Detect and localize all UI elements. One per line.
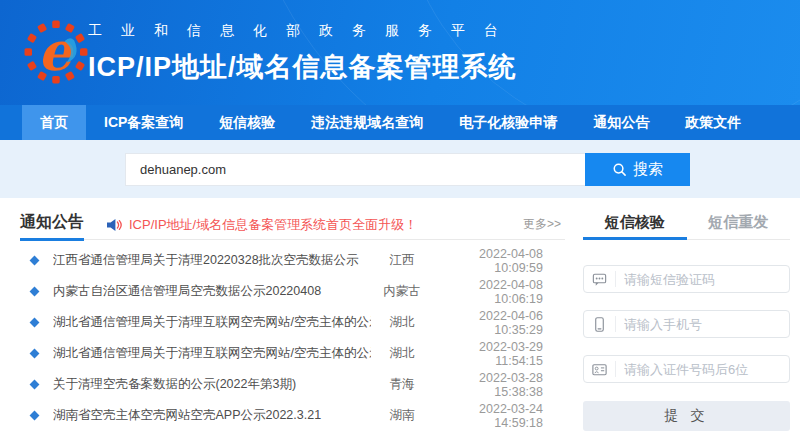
notice-row-province: 内蒙古 (371, 283, 433, 300)
sms-verification-panel: 短信核验 短信重发 (583, 210, 790, 431)
phone-field-wrap (583, 310, 790, 338)
announcement-bar[interactable]: ICP/IP地址/域名信息备案管理系统首页全面升级！ (106, 216, 417, 234)
diamond-bullet-icon (30, 380, 40, 390)
notice-row-province: 湖北 (371, 314, 433, 331)
tab-sms-resend[interactable]: 短信重发 (687, 210, 791, 239)
diamond-bullet-icon (30, 318, 40, 328)
announcement-text: ICP/IP地址/域名信息备案管理系统首页全面升级！ (129, 216, 417, 234)
id-card-field-wrap (583, 355, 790, 383)
nav-item-notices[interactable]: 通知公告 (575, 105, 667, 140)
notice-row-province: 江西 (371, 252, 433, 269)
notice-row-title: 关于清理空壳备案数据的公示(2022年第3期) (53, 376, 371, 393)
search-section: 搜索 (0, 140, 800, 198)
more-link[interactable]: 更多>> (523, 216, 565, 233)
sms-form: 提 交 (583, 240, 790, 431)
phone-icon (584, 316, 616, 332)
phone-number-input[interactable] (616, 317, 789, 332)
notice-row-time: 2022-03-29 11:54:15 (433, 340, 565, 368)
main-nav: 首页 ICP备案查询 短信核验 违法违规域名查询 电子化核验申请 通知公告 政策… (0, 105, 800, 140)
nav-item-illegal-domain-query[interactable]: 违法违规域名查询 (293, 105, 441, 140)
nav-item-home[interactable]: 首页 (22, 105, 86, 140)
diamond-bullet-icon (30, 256, 40, 266)
notice-row[interactable]: 关于清理空壳备案数据的公示(2022年第3期) 青海 2022-03-28 15… (20, 369, 565, 400)
system-title: ICP/IP地址/域名信息备案管理系统 (88, 49, 517, 85)
search-button[interactable]: 搜索 (585, 153, 690, 186)
notice-row-time: 2022-03-24 14:59:18 (433, 402, 565, 430)
notice-row[interactable]: 湖南省空壳主体空壳网站空壳APP公示2022.3.21 湖南 2022-03-2… (20, 400, 565, 431)
notice-row[interactable]: 湖北省通信管理局关于清理互联网空壳网站/空壳主体的公示 湖北 2022-03-2… (20, 338, 565, 369)
svg-text:e: e (38, 20, 75, 83)
header-titles: 工业和信息化部政务服务平台 ICP/IP地址/域名信息备案管理系统 (88, 22, 517, 85)
miit-gear-logo-icon: e (24, 14, 88, 90)
tab-sms-verify[interactable]: 短信核验 (583, 210, 687, 239)
notice-row[interactable]: 内蒙古自治区通信管理局空壳数据公示20220408 内蒙古 2022-04-08… (20, 276, 565, 307)
notice-row-time: 2022-04-06 10:35:29 (433, 309, 565, 337)
notice-row-province: 青海 (371, 376, 433, 393)
notice-row-province: 湖南 (371, 407, 433, 424)
main-content: 通知公告 ICP/IP地址/域名信息备案管理系统首页全面升级！ 更多>> 江西省… (0, 198, 800, 431)
site-header: e 工业和信息化部政务服务平台 ICP/IP地址/域名信息备案管理系统 (0, 0, 800, 105)
notice-row-title: 湖北省通信管理局关于清理互联网空壳网站/空壳主体的公示 (53, 345, 371, 362)
search-icon (612, 162, 627, 177)
diamond-bullet-icon (30, 411, 40, 421)
sms-code-icon (584, 271, 616, 287)
nav-item-sms-verify[interactable]: 短信核验 (201, 105, 293, 140)
notice-row-title: 江西省通信管理局关于清理20220328批次空壳数据公示 (53, 252, 371, 269)
speaker-icon (106, 218, 122, 232)
notices-header: 通知公告 ICP/IP地址/域名信息备案管理系统首页全面升级！ 更多>> (20, 210, 565, 240)
sms-code-field-wrap (583, 265, 790, 293)
notice-list: 江西省通信管理局关于清理20220328批次空壳数据公示 江西 2022-04-… (20, 240, 565, 431)
domain-search-input[interactable] (125, 153, 585, 186)
id-card-icon (584, 361, 616, 377)
nav-item-policy-docs[interactable]: 政策文件 (667, 105, 759, 140)
sms-tabs: 短信核验 短信重发 (583, 210, 790, 240)
submit-button[interactable]: 提 交 (583, 401, 790, 431)
notice-row-title: 湖北省通信管理局关于清理互联网空壳网站/空壳主体的公示 (53, 314, 371, 331)
notice-row[interactable]: 江西省通信管理局关于清理20220328批次空壳数据公示 江西 2022-04-… (20, 245, 565, 276)
notice-row-time: 2022-04-08 10:06:19 (433, 278, 565, 306)
diamond-bullet-icon (30, 349, 40, 359)
sms-code-input[interactable] (616, 272, 789, 287)
id-number-input[interactable] (616, 362, 789, 377)
nav-item-e-verification[interactable]: 电子化核验申请 (441, 105, 575, 140)
notices-panel: 通知公告 ICP/IP地址/域名信息备案管理系统首页全面升级！ 更多>> 江西省… (20, 210, 565, 431)
nav-item-icp-query[interactable]: ICP备案查询 (86, 105, 201, 140)
notice-row-time: 2022-04-08 10:09:59 (433, 247, 565, 275)
diamond-bullet-icon (30, 287, 40, 297)
notice-row-title: 内蒙古自治区通信管理局空壳数据公示20220408 (53, 283, 371, 300)
notice-row-time: 2022-03-28 15:38:38 (433, 371, 565, 399)
notice-row-province: 湖北 (371, 345, 433, 362)
platform-title: 工业和信息化部政务服务平台 (88, 22, 517, 40)
search-button-label: 搜索 (633, 160, 663, 179)
notice-row[interactable]: 湖北省通信管理局关于清理互联网空壳网站/空壳主体的公示 湖北 2022-04-0… (20, 307, 565, 338)
notices-title: 通知公告 (20, 210, 84, 240)
notice-row-title: 湖南省空壳主体空壳网站空壳APP公示2022.3.21 (53, 407, 371, 424)
